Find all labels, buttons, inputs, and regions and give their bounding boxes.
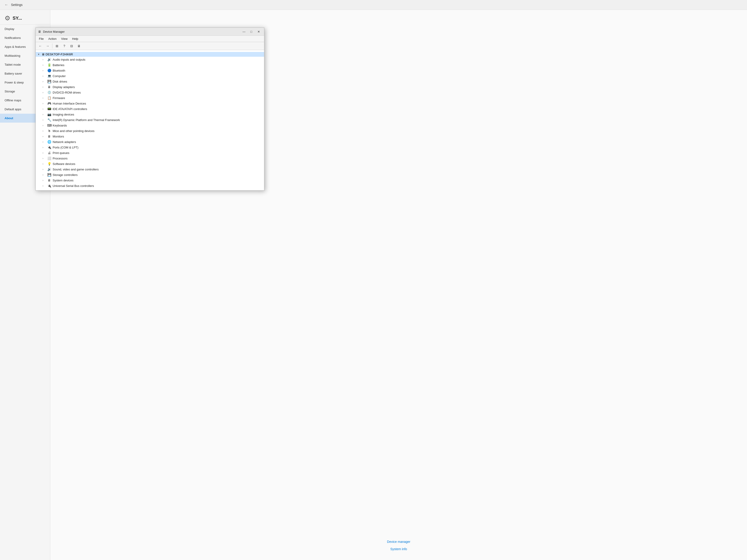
cat-label-bluetooth: Bluetooth bbox=[53, 69, 65, 72]
settings-back-button[interactable]: ← bbox=[5, 3, 8, 7]
gear-icon: ⚙ bbox=[5, 15, 10, 22]
bluetooth-icon: 🔵 bbox=[47, 69, 51, 72]
category-disk[interactable]: › 💾 Disk drives bbox=[36, 79, 264, 84]
cat-label-ide: IDE ATA/ATAPI controllers bbox=[53, 107, 87, 111]
category-software[interactable]: › 💡 Software devices bbox=[36, 161, 264, 166]
category-monitors[interactable]: › 🖥 Monitors bbox=[36, 134, 264, 139]
category-audio[interactable]: › 🔊 Audio inputs and outputs bbox=[36, 57, 264, 62]
cat-arrow-system: › bbox=[43, 179, 46, 182]
cat-arrow-display: › bbox=[43, 86, 46, 88]
category-print[interactable]: › 🖨 Print queues bbox=[36, 150, 264, 156]
cat-label-imaging: Imaging devices bbox=[53, 113, 74, 116]
category-usb[interactable]: › 🔌 Universal Serial Bus controllers bbox=[36, 183, 264, 188]
system-info-link[interactable]: System info bbox=[390, 547, 407, 551]
storage-icon: 💾 bbox=[47, 173, 51, 177]
cat-label-hid: Human Interface Devices bbox=[53, 102, 86, 105]
category-network[interactable]: › 🌐 Network adapters bbox=[36, 139, 264, 144]
category-sound[interactable]: › 🔊 Sound, video and game controllers bbox=[36, 166, 264, 172]
ports-icon: 🔌 bbox=[47, 145, 51, 149]
cat-arrow-firmware: › bbox=[43, 97, 46, 99]
settings-links: Device manager System info bbox=[387, 540, 410, 551]
cat-arrow-bluetooth: › bbox=[43, 69, 46, 72]
cat-arrow-batteries: › bbox=[43, 64, 46, 66]
cat-arrow-imaging: › bbox=[43, 113, 46, 116]
category-intel[interactable]: › 🔧 Intel(R) Dynamic Platform and Therma… bbox=[36, 117, 264, 123]
dm-title-text: Device Manager bbox=[43, 30, 65, 33]
system-label: SY... bbox=[12, 16, 22, 21]
dm-toolbar-properties[interactable]: ⊞ bbox=[54, 43, 60, 49]
ide-icon: 📟 bbox=[47, 107, 51, 111]
mice-icon: 🖱 bbox=[47, 129, 51, 133]
cat-label-display: Display adapters bbox=[53, 85, 75, 89]
dm-content: ▼ 🖥 DESKTOP-F2HIK6R › 🔊 Audio inputs and… bbox=[36, 50, 264, 190]
cat-arrow-sound: › bbox=[43, 168, 46, 171]
cat-arrow-usb: › bbox=[43, 185, 46, 187]
category-dvd[interactable]: › 💿 DVD/CD-ROM drives bbox=[36, 90, 264, 95]
dm-menu-file[interactable]: File bbox=[36, 36, 46, 42]
dvd-icon: 💿 bbox=[47, 90, 51, 94]
cat-label-monitors: Monitors bbox=[53, 135, 64, 138]
category-ide[interactable]: › 📟 IDE ATA/ATAPI controllers bbox=[36, 106, 264, 112]
category-system[interactable]: › 🖥 System devices bbox=[36, 178, 264, 183]
device-manager-link[interactable]: Device manager bbox=[387, 540, 410, 543]
dm-root-node[interactable]: ▼ 🖥 DESKTOP-F2HIK6R bbox=[36, 52, 264, 57]
category-display[interactable]: › 🖥 Display adapters bbox=[36, 84, 264, 90]
category-imaging[interactable]: › 📷 Imaging devices bbox=[36, 112, 264, 117]
computer-icon: 💻 bbox=[47, 74, 51, 78]
sound-icon: 🔊 bbox=[47, 167, 51, 171]
dm-toolbar-help[interactable]: ? bbox=[61, 43, 68, 49]
category-storage[interactable]: › 💾 Storage controllers bbox=[36, 172, 264, 178]
cat-label-processors: Processors bbox=[53, 157, 68, 160]
keyboards-icon: ⌨ bbox=[47, 124, 51, 127]
dm-menu-help[interactable]: Help bbox=[70, 36, 81, 42]
cat-label-storage: Storage controllers bbox=[53, 173, 78, 177]
root-label: DESKTOP-F2HIK6R bbox=[46, 53, 73, 56]
system-icon: 🖥 bbox=[47, 179, 51, 182]
category-firmware[interactable]: › 📋 Firmware bbox=[36, 95, 264, 101]
dm-minimize-button[interactable]: — bbox=[241, 29, 247, 34]
category-bluetooth[interactable]: › 🔵 Bluetooth bbox=[36, 68, 264, 73]
dm-toolbar-forward[interactable]: → bbox=[44, 43, 51, 49]
category-processors[interactable]: › ⬜ Processors bbox=[36, 156, 264, 161]
cat-label-audio: Audio inputs and outputs bbox=[53, 58, 85, 61]
dm-menu-action[interactable]: Action bbox=[46, 36, 59, 42]
device-manager-titlebar: 🖥 Device Manager — □ ✕ bbox=[36, 28, 264, 36]
category-batteries[interactable]: › 🔋 Batteries bbox=[36, 62, 264, 68]
category-computer[interactable]: › 💻 Computer bbox=[36, 73, 264, 79]
dm-toolbar-update[interactable]: ⊟ bbox=[69, 43, 75, 49]
batteries-icon: 🔋 bbox=[47, 63, 51, 67]
cat-label-network: Network adapters bbox=[53, 140, 76, 144]
cat-arrow-ide: › bbox=[43, 108, 46, 110]
processors-icon: ⬜ bbox=[47, 157, 51, 160]
dm-close-button[interactable]: ✕ bbox=[255, 29, 262, 34]
cat-arrow-intel: › bbox=[43, 119, 46, 121]
print-icon: 🖨 bbox=[47, 151, 51, 155]
dm-toolbar-scan[interactable]: 🖥 bbox=[76, 43, 82, 49]
dm-maximize-button[interactable]: □ bbox=[248, 29, 255, 34]
cat-arrow-audio: › bbox=[43, 58, 46, 61]
cat-label-ports: Ports (COM & LPT) bbox=[53, 146, 78, 149]
cat-label-print: Print queues bbox=[53, 151, 69, 155]
cat-arrow-processors: › bbox=[43, 157, 46, 160]
cat-arrow-computer: › bbox=[43, 75, 46, 77]
cat-label-usb: Universal Serial Bus controllers bbox=[53, 184, 94, 188]
cat-label-software: Software devices bbox=[53, 162, 75, 166]
dm-menu-view[interactable]: View bbox=[59, 36, 70, 42]
dm-menubar: File Action View Help bbox=[36, 36, 264, 42]
dm-toolbar: ← → ⊞ ? ⊟ 🖥 bbox=[36, 42, 264, 50]
dm-toolbar-back[interactable]: ← bbox=[37, 43, 44, 49]
category-mice[interactable]: › 🖱 Mice and other pointing devices bbox=[36, 128, 264, 134]
cat-label-computer: Computer bbox=[53, 74, 66, 78]
cat-label-system: System devices bbox=[53, 179, 74, 182]
category-ports[interactable]: › 🔌 Ports (COM & LPT) bbox=[36, 144, 264, 150]
cat-arrow-storage: › bbox=[43, 174, 46, 176]
cat-label-firmware: Firmware bbox=[53, 96, 65, 100]
intel-icon: 🔧 bbox=[47, 118, 51, 122]
cat-label-batteries: Batteries bbox=[53, 63, 64, 67]
settings-titlebar: ← Settings bbox=[0, 0, 747, 10]
dm-window-controls: — □ ✕ bbox=[241, 29, 262, 34]
category-keyboards[interactable]: › ⌨ Keyboards bbox=[36, 123, 264, 128]
dm-title-left: 🖥 Device Manager bbox=[38, 30, 65, 33]
software-icon: 💡 bbox=[47, 162, 51, 166]
category-hid[interactable]: › 🎮 Human Interface Devices bbox=[36, 101, 264, 106]
